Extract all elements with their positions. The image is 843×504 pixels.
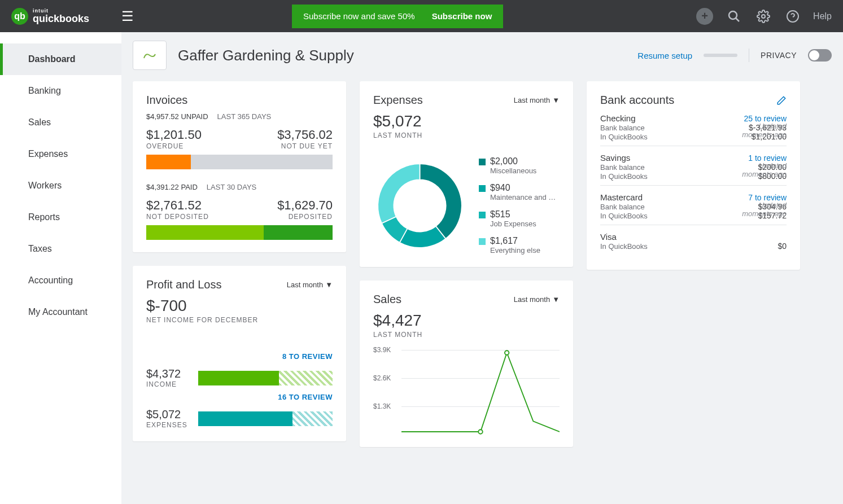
nav-accounting[interactable]: Accounting <box>0 265 121 296</box>
deposited-label: DEPOSITED <box>277 213 333 221</box>
nav-taxes[interactable]: Taxes <box>0 233 121 265</box>
banner-message: Subscribe now and save 50% <box>303 11 415 21</box>
sales-title: Sales <box>373 293 401 306</box>
notdue-value: $3,756.02 <box>277 128 333 142</box>
bank-balance-label: Bank balance <box>600 203 645 211</box>
bank-balance-label: Bank balance <box>600 124 645 132</box>
svg-point-2 <box>762 15 765 18</box>
income-review-link[interactable]: 8 TO REVIEW <box>146 352 333 361</box>
paid-amount: $4,391.22 PAID <box>146 183 198 191</box>
bank-account[interactable]: VisaIn QuickBooks$0 <box>600 225 787 257</box>
topbar-right: + Help <box>684 7 843 25</box>
nav-dashboard[interactable]: Dashboard <box>0 43 121 75</box>
profit-loss-card: Profit and Loss Last month ▼ $-700 NET I… <box>133 266 346 441</box>
bank-balance-value: $-3,621.93 <box>749 123 787 132</box>
account-name: Visa <box>600 232 617 242</box>
review-link[interactable]: 25 to review <box>744 114 787 123</box>
expenses-total: $5,072 <box>373 112 560 130</box>
content: Gaffer Gardening & Supply Resume setup P… <box>121 32 843 504</box>
notdeposited-value: $2,761.52 <box>146 198 209 213</box>
subscribe-banner: Subscribe now and save 50% Subscribe now <box>292 5 503 28</box>
resume-setup-link[interactable]: Resume setup <box>637 51 692 60</box>
nav-banking[interactable]: Banking <box>0 75 121 107</box>
expense-legend-item[interactable]: $515Job Expenses <box>479 209 560 228</box>
company-name: Gaffer Gardening & Supply <box>178 47 354 64</box>
expense-review-link[interactable]: 16 TO REVIEW <box>146 393 333 401</box>
income-bar <box>198 371 279 385</box>
sales-period-label: Last month <box>514 295 550 304</box>
bank-title: Bank accounts <box>600 94 674 107</box>
expense-legend-item[interactable]: $1,617Everything else <box>479 236 560 255</box>
hamburger-icon[interactable]: ☰ <box>110 8 145 24</box>
gear-icon[interactable] <box>754 7 772 25</box>
expense-bar-hatch <box>292 411 333 426</box>
bank-balance-value: $304.96 <box>758 202 787 211</box>
bank-accounts-card: Bank accounts Checking25 to reviewBank b… <box>587 81 800 270</box>
expenses-period-label: Last month <box>514 96 550 104</box>
company-logo[interactable] <box>133 41 167 70</box>
expenses-period-dropdown[interactable]: Last month ▼ <box>514 96 560 104</box>
privacy-label: PRIVACY <box>761 51 797 60</box>
notdue-label: NOT DUE YET <box>277 142 333 150</box>
expenses-donut <box>373 159 466 252</box>
expense-legend-item[interactable]: $940Maintenance and … <box>479 183 560 201</box>
help-label[interactable]: Help <box>813 11 832 21</box>
sidebar: Dashboard Banking Sales Expenses Workers… <box>0 32 121 504</box>
review-link[interactable]: 1 to review <box>748 154 787 163</box>
legend-label: Miscellaneous <box>490 166 536 175</box>
brand-product: quickbooks <box>33 14 89 24</box>
invoices-card: Invoices $4,957.52 UNPAID LAST 365 DAYS … <box>133 81 346 252</box>
help-icon[interactable] <box>784 7 802 25</box>
chevron-down-icon: ▼ <box>552 96 560 104</box>
legend-label: Job Expenses <box>490 220 536 228</box>
nav-reports[interactable]: Reports <box>0 201 121 233</box>
sales-ytick-1: $2.6K <box>373 374 391 382</box>
notdeposited-label: NOT DEPOSITED <box>146 213 209 221</box>
bank-account[interactable]: Mastercard7 to reviewBank balance$304.96… <box>600 186 787 225</box>
nav-expenses[interactable]: Expenses <box>0 138 121 170</box>
legend-amount: $940 <box>490 183 556 193</box>
sales-subtitle: LAST MONTH <box>373 331 560 339</box>
unpaid-period: LAST 365 DAYS <box>217 112 272 121</box>
pl-expense-value: $5,072 <box>146 408 191 421</box>
nav-workers[interactable]: Workers <box>0 170 121 201</box>
expenses-title: Expenses <box>373 94 423 107</box>
create-icon[interactable]: + <box>696 7 714 25</box>
legend-label: Everything else <box>490 246 540 255</box>
logo-text: intuit quickbooks <box>33 8 89 24</box>
swatch-icon <box>479 212 486 218</box>
logo[interactable]: qb intuit quickbooks <box>0 8 110 25</box>
sales-line <box>401 350 560 435</box>
pencil-icon[interactable] <box>776 95 787 106</box>
in-qb-label: In QuickBooks <box>600 133 648 141</box>
nav-sales[interactable]: Sales <box>0 107 121 138</box>
sales-period-dropdown[interactable]: Last month ▼ <box>514 295 560 304</box>
setup-progress <box>704 54 737 57</box>
in-qb-value: $157.72 <box>758 211 787 220</box>
legend-amount: $1,617 <box>490 236 540 246</box>
pl-expense-label: EXPENSES <box>146 421 191 429</box>
bank-account[interactable]: Checking25 to reviewBank balance$-3,621.… <box>600 107 787 146</box>
swatch-icon <box>479 238 486 245</box>
pl-income-value: $4,372 <box>146 367 191 380</box>
bank-balance-label: Bank balance <box>600 163 645 172</box>
search-icon[interactable] <box>725 7 743 25</box>
svg-point-0 <box>729 11 737 19</box>
paid-bar <box>146 225 333 240</box>
review-link[interactable]: 7 to review <box>748 193 787 202</box>
pl-period-dropdown[interactable]: Last month ▼ <box>287 281 333 289</box>
expense-bar <box>198 411 292 426</box>
overdue-label: OVERDUE <box>146 142 202 150</box>
bank-account[interactable]: Savings1 to reviewBank balance$200.00In … <box>600 146 787 186</box>
expenses-subtitle: LAST MONTH <box>373 132 560 139</box>
in-qb-label: In QuickBooks <box>600 172 648 181</box>
legend-label: Maintenance and … <box>490 193 556 201</box>
nav-accountant[interactable]: My Accountant <box>0 296 121 328</box>
pl-subtitle: NET INCOME FOR DECEMBER <box>146 316 333 324</box>
privacy-toggle[interactable] <box>808 49 832 62</box>
subscribe-button[interactable]: Subscribe now <box>432 11 492 21</box>
expense-legend-item[interactable]: $2,000Miscellaneous <box>479 156 560 175</box>
in-qb-label: In QuickBooks <box>600 212 648 220</box>
sales-card: Sales Last month ▼ $4,427 LAST MONTH $3.… <box>360 281 573 447</box>
qb-logo-icon: qb <box>11 8 28 25</box>
